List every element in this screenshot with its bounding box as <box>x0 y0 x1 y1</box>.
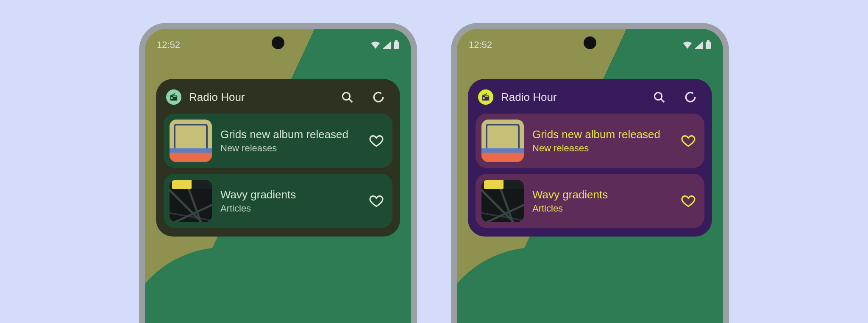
heart-icon <box>681 134 696 148</box>
item-title: Wavy gradients <box>220 188 359 201</box>
item-subtitle: Articles <box>220 203 359 214</box>
widget-title: Radio Hour <box>189 91 331 104</box>
battery-icon <box>705 40 711 50</box>
item-subtitle: New releases <box>220 143 359 154</box>
search-button[interactable] <box>651 89 667 105</box>
list-item[interactable]: Wavy gradients Articles <box>164 174 392 228</box>
item-title: Grids new album released <box>220 128 359 141</box>
item-thumbnail <box>170 120 212 162</box>
heart-icon <box>369 134 384 148</box>
item-title: Wavy gradients <box>532 188 671 201</box>
item-subtitle: New releases <box>532 143 671 154</box>
heart-icon <box>369 194 384 208</box>
list-item[interactable]: Grids new album released New releases <box>476 114 704 168</box>
svg-rect-1 <box>395 40 398 42</box>
widget-title: Radio Hour <box>501 91 643 104</box>
status-clock: 12:52 <box>469 39 492 50</box>
search-button[interactable] <box>339 89 355 105</box>
battery-icon <box>393 40 399 50</box>
item-thumbnail <box>170 180 212 222</box>
heart-icon <box>681 194 696 208</box>
item-title: Grids new album released <box>532 128 671 141</box>
favorite-button[interactable] <box>368 192 385 209</box>
radio-icon <box>169 92 178 102</box>
search-icon <box>652 90 666 104</box>
widget-header: Radio Hour <box>164 87 392 114</box>
wifi-icon <box>370 41 381 49</box>
search-icon <box>340 90 354 104</box>
svg-line-3 <box>349 99 352 102</box>
wifi-icon <box>682 41 693 49</box>
list-item[interactable]: Wavy gradients Articles <box>476 174 704 228</box>
svg-rect-5 <box>707 40 709 42</box>
favorite-button[interactable] <box>368 132 385 149</box>
svg-point-2 <box>342 92 350 100</box>
svg-rect-4 <box>706 42 711 49</box>
svg-point-6 <box>654 92 662 100</box>
refresh-button[interactable] <box>682 89 698 105</box>
radio-icon <box>481 92 490 102</box>
app-icon-badge[interactable] <box>478 89 493 105</box>
app-icon-badge[interactable] <box>166 89 181 105</box>
refresh-icon <box>684 90 697 104</box>
radio-hour-widget[interactable]: Radio Hour Grids new album released New … <box>156 79 400 237</box>
svg-line-7 <box>661 99 664 102</box>
item-thumbnail <box>481 180 524 222</box>
svg-rect-0 <box>394 42 399 49</box>
camera-cutout <box>272 36 284 49</box>
favorite-button[interactable] <box>680 132 697 149</box>
item-subtitle: Articles <box>532 203 671 214</box>
signal-icon <box>694 41 704 49</box>
widget-header: Radio Hour <box>476 87 704 114</box>
phone-mock-left: 12:52 Radio Hour <box>139 23 417 323</box>
refresh-button[interactable] <box>370 89 387 105</box>
refresh-icon <box>372 90 385 104</box>
favorite-button[interactable] <box>680 192 697 209</box>
signal-icon <box>382 41 392 49</box>
camera-cutout <box>584 36 596 49</box>
phone-mock-right: 12:52 Radio Hour <box>451 23 729 323</box>
list-item[interactable]: Grids new album released New releases <box>164 114 392 168</box>
radio-hour-widget[interactable]: Radio Hour Grids new album released New … <box>468 79 712 237</box>
status-clock: 12:52 <box>157 39 180 50</box>
item-thumbnail <box>481 120 524 162</box>
